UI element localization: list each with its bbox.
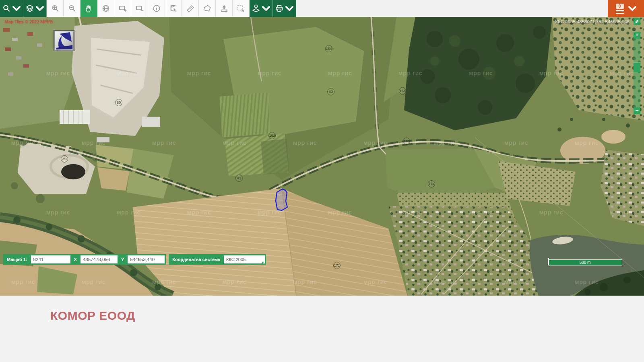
identify-layers-button[interactable] xyxy=(250,0,273,17)
map-attribution: Map Tiles © 2023 МРРБ xyxy=(5,19,53,24)
layers-icon xyxy=(25,4,34,13)
map-watermark: мрр гис xyxy=(610,209,634,216)
globe-button[interactable] xyxy=(97,0,114,17)
map-watermark: мрр гис xyxy=(398,70,423,76)
map-watermark: мрр гис xyxy=(152,278,176,285)
scale-bar: 500 m xyxy=(548,259,622,265)
map-watermark: мрр гис xyxy=(82,278,106,285)
zoom-in-map-button[interactable]: + xyxy=(634,32,640,39)
zone-label: 174 xyxy=(428,182,434,186)
fullscreen-button[interactable] xyxy=(634,18,640,25)
zone-label: 61 xyxy=(237,176,241,180)
map-watermark: мрр гис xyxy=(293,278,317,285)
map-watermark: мрр гис xyxy=(434,278,458,285)
zone-label: 176 xyxy=(403,139,409,143)
y-input[interactable] xyxy=(128,255,165,263)
toolbar-spacer xyxy=(296,0,608,17)
map-watermark: мрр гис xyxy=(363,278,388,285)
map-watermark: мрр гис xyxy=(610,70,634,76)
chevron-down-icon xyxy=(628,4,637,13)
map-watermark: мрр гис xyxy=(223,139,247,146)
map-watermark: мрр гис xyxy=(223,278,247,285)
crs-selected-value: ККС 2005 xyxy=(226,257,246,262)
layers-button[interactable] xyxy=(23,0,47,17)
zoom-slider-track[interactable] xyxy=(634,39,640,107)
chevron-down-icon xyxy=(262,4,270,13)
map-watermark: мрр гис xyxy=(258,70,282,76)
zoom-slider-handle[interactable] xyxy=(634,62,640,72)
map-watermark: мрр гис xyxy=(82,139,106,146)
zoom-in-button[interactable] xyxy=(47,0,64,17)
measure-xy-icon xyxy=(169,4,178,13)
toolbar: 0 xyxy=(0,0,644,17)
crs-label: Координатна система xyxy=(170,257,223,262)
map-watermark: мрр гис xyxy=(469,70,493,76)
map-watermark: мрр гис xyxy=(504,139,528,146)
globe-icon xyxy=(101,4,110,13)
map-watermark: мрр гис xyxy=(504,278,528,285)
pan-button[interactable] xyxy=(80,0,97,17)
y-label: Y xyxy=(119,257,126,262)
info-button[interactable] xyxy=(148,0,165,17)
map-watermark: мрр гис xyxy=(328,70,352,76)
zoom-box-in-button[interactable] xyxy=(114,0,131,17)
map-statusbar: Мащаб 1: X Y Координатна система ККС 200… xyxy=(3,254,266,265)
map-watermark: мрр гис xyxy=(117,70,141,76)
scale-label: Мащаб 1: xyxy=(4,257,30,262)
select-region-button[interactable] xyxy=(233,0,250,17)
reports-count-badge: 0 xyxy=(616,4,624,9)
measure-distance-button[interactable] xyxy=(182,0,199,17)
zone-label: 39 xyxy=(62,157,66,161)
map-watermark: мрр гис xyxy=(117,209,141,216)
crs-select[interactable]: ККС 2005 ▼ xyxy=(224,255,265,263)
map-watermark: мрр гис xyxy=(293,139,317,146)
map-watermark: мрр гис xyxy=(46,209,70,216)
map-watermark: мрр гис xyxy=(363,139,388,146)
map-viewport[interactable]: мрр гисмрр гисмрр гисмрр гисмрр гисмрр г… xyxy=(0,17,644,296)
chevron-down-icon xyxy=(285,4,294,13)
scale-input[interactable] xyxy=(31,255,70,263)
map-watermark: мрр гис xyxy=(187,70,211,76)
search-button[interactable] xyxy=(0,0,23,17)
upload-button[interactable] xyxy=(216,0,233,17)
map-watermark: мрр гис xyxy=(575,278,599,285)
chevron-down-icon: ▼ xyxy=(261,261,264,265)
map-zoom-controls: + − xyxy=(634,18,640,114)
info-icon xyxy=(152,4,161,13)
select-region-icon xyxy=(237,4,246,13)
map-watermark: мрр гис xyxy=(187,209,211,216)
x-input[interactable] xyxy=(80,255,118,263)
crs-panel: Координатна система ККС 2005 ▼ xyxy=(169,254,266,265)
upload-icon xyxy=(220,4,229,13)
zoom-out-button[interactable] xyxy=(64,0,80,17)
print-button[interactable] xyxy=(273,0,296,17)
search-icon xyxy=(2,4,11,13)
map-watermark: мрр гис xyxy=(152,139,176,146)
map-watermark: мрр гис xyxy=(11,278,35,285)
zoom-out-map-button[interactable]: − xyxy=(634,107,640,114)
measure-area-button[interactable] xyxy=(199,0,216,17)
cursor-coordinates: ККС 2005 4858071,752 546605,946 xyxy=(555,19,630,24)
reports-button[interactable]: 0 xyxy=(608,0,644,17)
expand-icon xyxy=(635,19,639,25)
print-icon xyxy=(275,4,284,13)
zoom-out-icon xyxy=(68,4,76,13)
logo-mark xyxy=(55,31,73,50)
zoom-box-out-button[interactable] xyxy=(131,0,148,17)
selected-parcel[interactable] xyxy=(276,189,287,210)
map-watermark: мрр гис xyxy=(328,209,352,216)
map-watermark: мрр гис xyxy=(434,139,458,146)
coordinates-panel: Мащаб 1: X Y xyxy=(3,254,166,265)
chevron-down-icon xyxy=(12,4,21,13)
zone-label: 63 xyxy=(329,90,333,94)
measure-xy-button[interactable] xyxy=(165,0,182,17)
identify-layers-icon xyxy=(252,4,260,13)
map-watermark: мрр гис xyxy=(11,139,35,146)
hand-pan-icon xyxy=(85,4,93,13)
reports-icon: 0 xyxy=(615,4,624,14)
zoom-in-icon xyxy=(51,4,60,13)
map-watermark: мрр гис xyxy=(46,70,70,76)
measure-area-icon xyxy=(203,4,212,13)
map-watermark: мрр гис xyxy=(539,70,564,76)
zone-label: 168 xyxy=(399,89,405,93)
